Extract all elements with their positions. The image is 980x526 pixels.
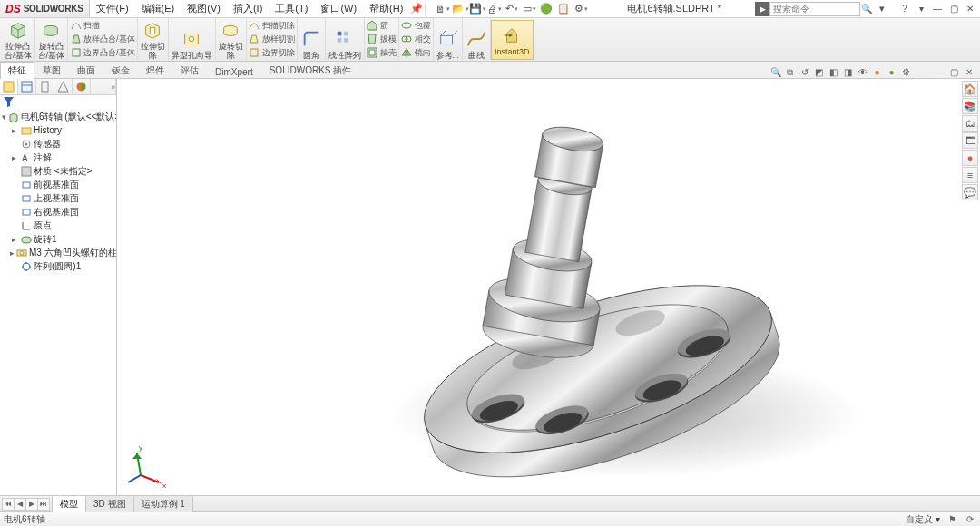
tab-weldments[interactable]: 焊件	[138, 62, 172, 79]
cmd-extrude-boss[interactable]: 拉伸凸 台/基体	[2, 18, 35, 60]
tab-next-arrow[interactable]: ▶	[25, 498, 38, 511]
settings-button[interactable]: ⚙	[573, 2, 588, 16]
cmd-instant3d[interactable]: Instant3D	[491, 20, 534, 60]
tab-last-arrow[interactable]: ⏭	[37, 498, 50, 511]
undo-button[interactable]: ↶	[505, 2, 519, 16]
tree-filter[interactable]	[0, 95, 116, 108]
tree-annotations[interactable]: ▸A注解	[2, 151, 116, 164]
display-style-icon[interactable]: ◨	[842, 66, 854, 78]
search-go-icon[interactable]: 🔍	[860, 3, 873, 15]
tab-sheetmetal[interactable]: 钣金	[103, 62, 138, 79]
help-dropdown[interactable]: ▾	[915, 3, 927, 15]
tab-property-manager[interactable]	[18, 79, 36, 94]
zoom-fit-icon[interactable]: 🔍	[769, 66, 781, 78]
taskpane-file-explorer-icon[interactable]: 🗂	[962, 115, 978, 132]
menu-tools[interactable]: 工具(T)	[269, 0, 314, 17]
menu-edit[interactable]: 编辑(E)	[135, 0, 181, 17]
tree-root[interactable]: ▾电机6转轴 (默认<<默认>_显	[2, 110, 116, 123]
section-view-icon[interactable]: ◩	[813, 66, 825, 78]
doc-minimize-icon[interactable]: —	[934, 66, 946, 78]
taskpane-appearances-icon[interactable]: ●	[962, 150, 978, 166]
tree-sensors[interactable]: 传感器	[2, 137, 116, 151]
prev-view-icon[interactable]: ↺	[799, 66, 810, 78]
menu-window[interactable]: 窗口(W)	[314, 0, 363, 17]
tab-surfaces[interactable]: 曲面	[69, 62, 103, 79]
menu-help[interactable]: 帮助(H)	[363, 0, 409, 17]
tree-top-plane[interactable]: 上视基准面	[2, 191, 116, 205]
close-button[interactable]: ✕	[964, 3, 976, 15]
hide-show-icon[interactable]: 👁	[857, 66, 868, 78]
cmd-linear-pattern[interactable]: 线性阵列	[326, 18, 365, 60]
tab-feature-manager[interactable]	[0, 79, 18, 94]
status-refresh-icon[interactable]: ⟳	[964, 513, 976, 526]
print-button[interactable]: 🖨	[487, 2, 502, 16]
cmd-reference-geometry[interactable]: 参考...	[434, 18, 464, 60]
scene-icon[interactable]: ●	[886, 66, 897, 78]
tab-prev-arrow[interactable]: ◀	[14, 498, 26, 511]
zoom-area-icon[interactable]: ⧉	[784, 66, 796, 78]
doc-restore-icon[interactable]: ▢	[948, 66, 960, 78]
cmd-extrude-cut[interactable]: 拉伸切 除	[138, 18, 169, 60]
taskpane-home-icon[interactable]: 🏠	[962, 81, 978, 97]
cmd-rib[interactable]: 筋	[367, 19, 397, 32]
view-orient-icon[interactable]: ◧	[828, 66, 839, 78]
tree-material[interactable]: 材质 <未指定>	[2, 164, 116, 178]
orientation-triad[interactable]: x y z	[124, 439, 175, 490]
tab-dimxpert[interactable]: DimXpert	[207, 64, 261, 79]
tree-feature-hole[interactable]: ▸M3 六角凹头螺钉的柱形沉	[2, 246, 116, 259]
appearance-icon[interactable]: ●	[871, 66, 883, 78]
sheet-motion1[interactable]: 运动算例 1	[133, 495, 193, 512]
graphics-viewport[interactable]: x y z 🏠 📚 🗂 🗔 ● ≡ 💬	[117, 79, 980, 495]
tree-front-plane[interactable]: 前视基准面	[2, 178, 116, 191]
status-flag-icon[interactable]: ⚑	[946, 513, 958, 526]
sheet-model[interactable]: 模型	[52, 495, 86, 512]
cmd-sweep[interactable]: 扫描	[70, 19, 135, 32]
open-doc-button[interactable]: 📂	[453, 2, 467, 16]
cmd-wrap[interactable]: 包覆	[401, 19, 431, 32]
cmd-loft-cut[interactable]: 放样切割	[249, 33, 295, 45]
menu-file[interactable]: 文件(F)	[90, 0, 135, 17]
menu-insert[interactable]: 插入(I)	[227, 0, 269, 17]
taskpane-view-palette-icon[interactable]: 🗔	[962, 132, 978, 149]
tree-origin[interactable]: 原点	[2, 219, 116, 232]
tab-sketch[interactable]: 草图	[34, 62, 69, 79]
cmd-fillet[interactable]: 圆角	[298, 18, 326, 60]
menu-pin-icon[interactable]: 📌	[409, 2, 424, 16]
tab-evaluate[interactable]: 评估	[172, 62, 207, 79]
cmd-boundary-cut[interactable]: 边界切除	[249, 46, 295, 59]
tab-config-manager[interactable]	[36, 79, 54, 94]
doc-close-icon[interactable]: ✕	[963, 66, 975, 78]
cmd-mirror[interactable]: 镜向	[401, 46, 431, 59]
rebuild-button[interactable]: 🟢	[539, 2, 554, 16]
cmd-loft-boss[interactable]: 放样凸台/基体	[70, 33, 135, 45]
cmd-shell[interactable]: 抽壳	[367, 46, 397, 59]
cmd-intersect[interactable]: 相交	[401, 33, 431, 45]
save-button[interactable]: 💾	[470, 2, 485, 16]
search-input[interactable]	[769, 2, 860, 16]
tab-dimxpert-manager[interactable]	[54, 79, 73, 94]
tree-feature-revolve[interactable]: ▸旋转1	[2, 232, 116, 246]
tree-history[interactable]: ▸History	[2, 123, 116, 137]
maximize-button[interactable]: ▢	[947, 3, 960, 15]
minimize-button[interactable]: —	[931, 3, 944, 15]
taskpane-design-library-icon[interactable]: 📚	[962, 98, 978, 114]
cmd-hole-wizard[interactable]: 异型孔向导	[169, 18, 216, 60]
menu-view[interactable]: 视图(V)	[181, 0, 227, 17]
cmd-revolve-boss[interactable]: 旋转凸 台/基体	[35, 18, 69, 60]
taskpane-forum-icon[interactable]: 💬	[962, 184, 978, 200]
cmd-boundary-boss[interactable]: 边界凸台/基体	[70, 46, 135, 59]
panel-expand[interactable]: »	[91, 79, 116, 94]
new-doc-button[interactable]: 🗎	[436, 2, 450, 16]
select-button[interactable]: ▭	[522, 2, 536, 16]
tab-display-manager[interactable]	[73, 79, 91, 94]
options-button[interactable]: 📋	[556, 2, 571, 16]
tree-right-plane[interactable]: 右视基准面	[2, 205, 116, 219]
tree-feature-circpattern[interactable]: 阵列(圆周)1	[2, 259, 116, 273]
cmd-draft[interactable]: 拔模	[367, 33, 397, 45]
sheet-3dview[interactable]: 3D 视图	[85, 495, 134, 512]
cmd-curves[interactable]: 曲线	[463, 18, 491, 60]
search-dropdown[interactable]: ▾	[875, 2, 889, 16]
taskpane-custom-props-icon[interactable]: ≡	[962, 167, 978, 183]
status-unit-scheme[interactable]: 自定义 ▾	[906, 513, 940, 526]
tab-first-arrow[interactable]: ⏮	[2, 498, 15, 511]
